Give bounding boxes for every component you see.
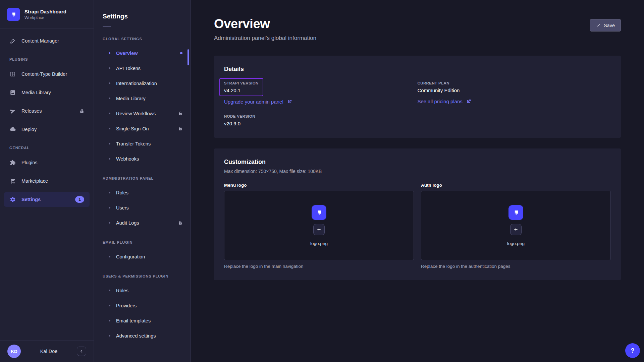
bullet-icon bbox=[109, 143, 110, 144]
subnav-item-single-sign-on[interactable]: Single Sign-On bbox=[94, 121, 191, 136]
bullet-icon bbox=[109, 335, 110, 337]
sidebar-item-releases[interactable]: Releases bbox=[4, 104, 90, 118]
plus-icon bbox=[513, 227, 519, 232]
sidebar-item-content-manager[interactable]: Content Manager bbox=[4, 34, 90, 48]
add-auth-logo-button[interactable] bbox=[510, 224, 522, 235]
auth-logo-section: Auth logo logo bbox=[421, 183, 611, 269]
menu-logo-label: Menu logo bbox=[224, 183, 414, 188]
workspace-subtitle: Workplace bbox=[24, 15, 66, 20]
cart-icon bbox=[9, 178, 16, 184]
sidebar-item-label: Plugins bbox=[21, 160, 38, 165]
menu-logo-caption: Replace the logo in the main navigation bbox=[224, 264, 414, 269]
subnav-item-label: Users bbox=[116, 205, 129, 210]
node-version-value: v20.9.0 bbox=[224, 121, 418, 126]
feather-icon bbox=[9, 38, 16, 44]
sidebar-item-label: Deploy bbox=[21, 127, 37, 132]
page-title: Overview bbox=[214, 17, 316, 31]
sidebar-item-media-library[interactable]: Media Library bbox=[4, 85, 90, 100]
image-icon bbox=[9, 89, 16, 96]
workspace-title: Strapi Dashboard bbox=[24, 9, 66, 14]
save-button[interactable]: Save bbox=[590, 19, 621, 32]
subnav-item-audit-logs[interactable]: Audit Logs bbox=[94, 215, 191, 230]
subnav-item-label: Overview bbox=[116, 51, 138, 56]
subnav-item-roles-up[interactable]: Roles bbox=[94, 283, 191, 298]
strapi-glyph bbox=[315, 208, 323, 217]
user-avatar[interactable]: KD bbox=[7, 345, 21, 358]
sidebar-item-marketplace[interactable]: Marketplace bbox=[4, 174, 90, 188]
lock-icon bbox=[79, 109, 84, 113]
strapi-logo-icon bbox=[312, 205, 326, 220]
main-sidebar: Strapi Dashboard Workplace Content Manag… bbox=[0, 0, 94, 362]
page-header: Overview Administration panel’s global i… bbox=[214, 0, 621, 42]
strapi-glyph bbox=[9, 10, 17, 18]
subnav-item-label: Internationalization bbox=[116, 81, 157, 86]
subnav-item-label: Configuration bbox=[116, 254, 145, 259]
pricing-row: See all pricing plans bbox=[418, 99, 611, 105]
sidebar-item-deploy[interactable]: Deploy bbox=[4, 122, 90, 137]
bullet-icon bbox=[109, 82, 110, 84]
current-plan-label: CURRENT PLAN bbox=[418, 81, 611, 85]
lock-icon bbox=[178, 111, 182, 116]
subnav-item-users[interactable]: Users bbox=[94, 200, 191, 215]
details-left-column: STRAPI VERSION v4.20.1 Upgrade your admi… bbox=[224, 81, 418, 126]
customization-card: Customization Max dimension: 750×750, Ma… bbox=[214, 148, 621, 280]
lock-icon bbox=[178, 221, 182, 225]
brand-text: Strapi Dashboard Workplace bbox=[24, 9, 66, 20]
subnav-item-transfer-tokens[interactable]: Transfer Tokens bbox=[94, 136, 191, 151]
subnav-item-providers[interactable]: Providers bbox=[94, 298, 191, 313]
help-button[interactable]: ? bbox=[625, 343, 640, 358]
subnav-item-label: Media Library bbox=[116, 96, 146, 101]
sidebar-nav: Content Manager PLUGINS Content-Type Bui… bbox=[0, 29, 94, 340]
subnav-item-api-tokens[interactable]: API Tokens bbox=[94, 61, 191, 76]
menu-logo-upload-box[interactable]: logo.png bbox=[224, 191, 414, 260]
cloud-icon bbox=[9, 126, 16, 133]
subnav-item-media-library[interactable]: Media Library bbox=[94, 91, 191, 106]
add-menu-logo-button[interactable] bbox=[313, 224, 325, 235]
sidebar-item-settings[interactable]: Settings 1 bbox=[4, 192, 90, 207]
page-header-text: Overview Administration panel’s global i… bbox=[214, 17, 316, 42]
sidebar-item-plugins[interactable]: Plugins bbox=[4, 155, 90, 170]
subnav-item-advanced-settings[interactable]: Advanced settings bbox=[94, 328, 191, 343]
bullet-icon bbox=[109, 256, 110, 257]
workspace-switcher[interactable]: Strapi Dashboard Workplace bbox=[0, 0, 94, 29]
external-link-icon bbox=[466, 99, 471, 104]
auth-logo-label: Auth logo bbox=[421, 183, 611, 188]
puzzle-icon bbox=[9, 159, 16, 166]
subnav-item-label: Audit Logs bbox=[116, 220, 139, 226]
subnav-item-email-templates[interactable]: Email templates bbox=[94, 313, 191, 328]
subnav-item-label: Advanced settings bbox=[116, 333, 156, 339]
upgrade-admin-panel-link[interactable]: Upgrade your admin panel bbox=[224, 99, 292, 105]
customization-title: Customization bbox=[224, 159, 611, 166]
subnav-item-review-workflows[interactable]: Review Workflows bbox=[94, 106, 191, 121]
strapi-version-field: STRAPI VERSION v4.20.1 bbox=[224, 81, 259, 93]
bullet-icon bbox=[109, 52, 110, 54]
sidebar-item-content-type-builder[interactable]: Content-Type Builder bbox=[4, 67, 90, 81]
subnav-item-label: Transfer Tokens bbox=[116, 141, 151, 146]
subnav-divider bbox=[103, 26, 111, 27]
subnav-section-global-settings: GLOBAL SETTINGS bbox=[94, 37, 191, 41]
strapi-logo-icon bbox=[7, 8, 20, 21]
subnav-item-webhooks[interactable]: Webhooks bbox=[94, 151, 191, 166]
page-subtitle: Administration panel’s global informatio… bbox=[214, 35, 316, 42]
subnav-item-label: Roles bbox=[116, 288, 128, 293]
settings-notification-badge: 1 bbox=[75, 196, 84, 203]
subnav-scrollbar-thumb[interactable] bbox=[187, 49, 189, 65]
sidebar-item-label: Media Library bbox=[21, 90, 51, 95]
subnav-item-configuration[interactable]: Configuration bbox=[94, 249, 191, 264]
layout-icon bbox=[9, 71, 16, 77]
sidebar-collapse-button[interactable] bbox=[77, 347, 86, 356]
upgrade-link-label: Upgrade your admin panel bbox=[224, 99, 283, 105]
bullet-icon bbox=[109, 192, 110, 193]
strapi-version-value: v4.20.1 bbox=[224, 87, 259, 93]
subnav-item-overview[interactable]: Overview bbox=[94, 46, 191, 61]
gear-icon bbox=[9, 196, 16, 203]
subnav-item-roles-admin[interactable]: Roles bbox=[94, 185, 191, 200]
pricing-link-label: See all pricing plans bbox=[418, 99, 463, 104]
user-name[interactable]: Kai Doe bbox=[40, 349, 58, 354]
subnav-item-internationalization[interactable]: Internationalization bbox=[94, 76, 191, 91]
auth-logo-upload-box[interactable]: logo.png bbox=[421, 191, 611, 260]
details-grid: STRAPI VERSION v4.20.1 Upgrade your admi… bbox=[224, 81, 611, 126]
pricing-plans-link[interactable]: See all pricing plans bbox=[418, 99, 471, 104]
bullet-icon bbox=[109, 158, 110, 160]
upgrade-row: Upgrade your admin panel bbox=[224, 99, 418, 105]
